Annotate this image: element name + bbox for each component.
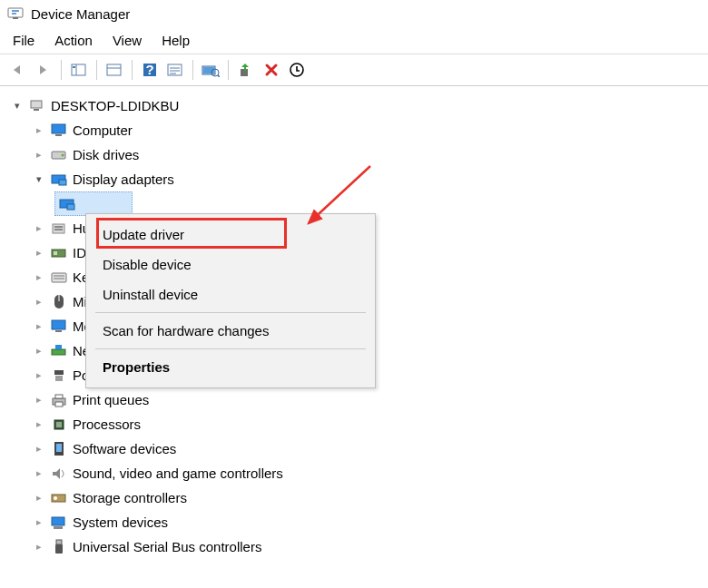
chevron-right-icon[interactable]: ▸ <box>33 418 45 431</box>
chevron-right-icon[interactable]: ▸ <box>33 320 45 333</box>
tree-node-print-queues[interactable]: ▸ Print queues <box>5 387 703 412</box>
svg-rect-23 <box>52 124 65 133</box>
help-button[interactable]: ? <box>138 58 162 82</box>
svg-rect-44 <box>55 345 62 349</box>
tree-node-computer[interactable]: ▸ Computer <box>5 118 703 142</box>
svg-rect-30 <box>67 204 74 210</box>
tree-node-label: Software devices <box>73 441 176 456</box>
disk-icon <box>51 147 67 163</box>
titlebar: Device Manager <box>0 0 708 27</box>
toolbar: ? <box>0 54 708 86</box>
context-properties[interactable]: Properties <box>86 352 375 382</box>
svg-rect-53 <box>56 444 62 452</box>
tree-node-storage[interactable]: ▸ Storage controllers <box>5 485 703 510</box>
chevron-right-icon[interactable]: ▸ <box>33 271 45 284</box>
context-update-driver[interactable]: Update driver <box>86 220 375 250</box>
svg-rect-36 <box>52 273 66 282</box>
tree-node-processors[interactable]: ▸ Processors <box>5 412 703 436</box>
menubar: File Action View Help <box>0 27 708 54</box>
toolbar-separator <box>61 60 62 80</box>
svg-rect-57 <box>54 526 63 529</box>
svg-rect-45 <box>54 370 64 375</box>
chevron-right-icon[interactable]: ▸ <box>33 394 45 407</box>
uninstall-device-button[interactable] <box>285 58 309 82</box>
disable-device-button[interactable] <box>260 58 283 82</box>
ide-icon <box>51 245 67 261</box>
tree-node-label: System devices <box>73 514 168 530</box>
show-hide-tree-button[interactable] <box>67 58 91 82</box>
chevron-right-icon[interactable]: ▸ <box>33 516 45 529</box>
chevron-right-icon[interactable]: ▸ <box>33 124 45 137</box>
menu-view[interactable]: View <box>113 33 142 48</box>
chevron-right-icon[interactable]: ▸ <box>33 443 45 456</box>
context-disable-device[interactable]: Disable device <box>86 250 375 279</box>
hid-icon <box>51 220 67 237</box>
properties-window-button[interactable] <box>103 58 126 82</box>
chevron-down-icon[interactable]: ▾ <box>33 173 45 186</box>
network-icon <box>51 343 67 359</box>
chevron-right-icon[interactable]: ▸ <box>33 149 45 162</box>
tree-node-label: Print queues <box>73 392 149 407</box>
svg-rect-1 <box>12 10 19 12</box>
scan-hardware-button[interactable] <box>199 58 222 82</box>
chevron-right-icon[interactable]: ▸ <box>33 296 45 309</box>
keyboard-icon <box>51 270 67 286</box>
tree-node-label: Processors <box>73 416 141 432</box>
device-manager-icon <box>7 5 24 22</box>
update-driver-button[interactable] <box>234 58 258 82</box>
tree-node-disk-drives[interactable]: ▸ Disk drives <box>5 142 703 167</box>
chevron-right-icon[interactable]: ▸ <box>33 222 45 235</box>
svg-rect-49 <box>55 402 63 407</box>
svg-point-26 <box>62 153 64 156</box>
menu-file[interactable]: File <box>13 33 34 48</box>
tree-node-label: Disk drives <box>73 147 139 162</box>
display-adapter-icon <box>59 196 75 212</box>
svg-rect-32 <box>54 226 63 228</box>
svg-rect-7 <box>107 64 121 75</box>
svg-rect-58 <box>56 540 62 544</box>
toolbar-separator <box>192 60 193 80</box>
chevron-right-icon[interactable]: ▸ <box>33 369 45 382</box>
svg-rect-21 <box>31 101 42 108</box>
context-separator <box>95 312 366 313</box>
printer-icon <box>51 392 67 408</box>
menu-help[interactable]: Help <box>162 33 190 48</box>
svg-rect-24 <box>55 134 62 136</box>
properties-button[interactable] <box>163 58 187 82</box>
forward-button[interactable] <box>32 58 55 82</box>
tree-node-sound[interactable]: ▸ Sound, video and game controllers <box>5 461 703 485</box>
monitor-icon <box>51 122 67 139</box>
svg-rect-4 <box>72 64 85 75</box>
context-uninstall-device[interactable]: Uninstall device <box>86 279 375 309</box>
tree-node-display-adapters[interactable]: ▾ Display adapters <box>5 167 703 191</box>
chevron-right-icon[interactable]: ▸ <box>33 492 45 505</box>
window-title: Device Manager <box>31 6 130 22</box>
chevron-right-icon[interactable]: ▸ <box>33 247 45 260</box>
tree-root[interactable]: ▾ DESKTOP-LDIDKBU <box>5 93 703 118</box>
chevron-right-icon[interactable]: ▸ <box>33 467 45 480</box>
svg-rect-51 <box>56 422 62 427</box>
svg-rect-33 <box>54 229 63 230</box>
menu-action[interactable]: Action <box>54 33 93 48</box>
cpu-icon <box>51 416 67 433</box>
svg-rect-2 <box>12 13 16 15</box>
tree-node-system[interactable]: ▸ System devices <box>5 510 703 534</box>
computer-root-icon <box>29 98 45 114</box>
tree-node-software[interactable]: ▸ Software devices <box>5 436 703 461</box>
tree-node-usb[interactable]: ▸ Universal Serial Bus controllers <box>5 534 703 559</box>
speaker-icon <box>51 466 67 482</box>
svg-line-18 <box>218 75 220 77</box>
toolbar-separator <box>132 60 133 80</box>
context-scan-hardware[interactable]: Scan for hardware changes <box>86 316 375 346</box>
back-button[interactable] <box>6 58 30 82</box>
display-adapter-icon <box>51 172 67 188</box>
chevron-right-icon[interactable]: ▸ <box>33 541 45 554</box>
svg-rect-46 <box>55 376 63 381</box>
svg-rect-43 <box>52 349 65 355</box>
chevron-right-icon[interactable]: ▸ <box>33 345 45 358</box>
tree-node-label: Computer <box>73 122 133 138</box>
tree-node-label: Display adapters <box>73 172 174 187</box>
svg-text:?: ? <box>145 62 153 77</box>
chevron-down-icon[interactable]: ▾ <box>11 100 24 113</box>
tree-node-display-adapter-item[interactable] <box>54 191 133 216</box>
